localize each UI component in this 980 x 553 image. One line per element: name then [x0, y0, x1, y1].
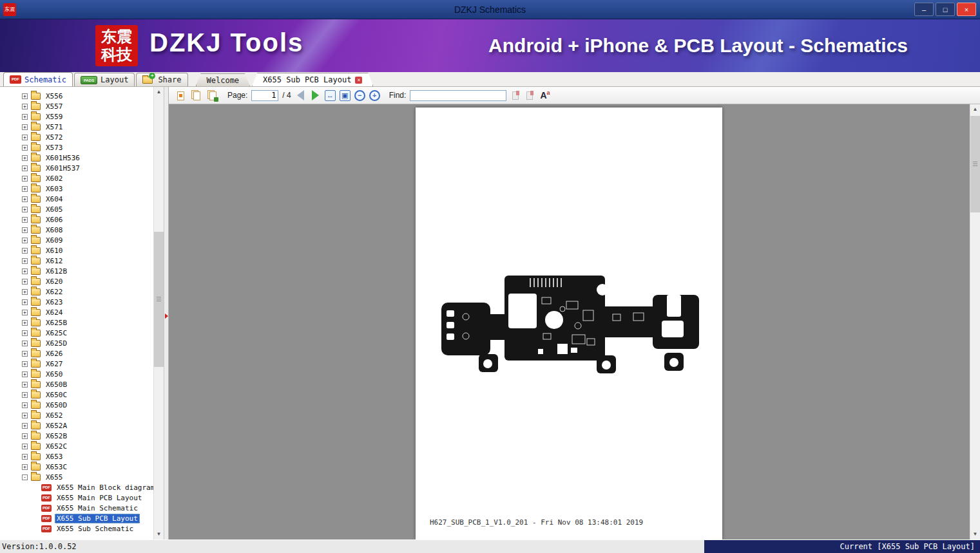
tab-share[interactable]: + Share — [136, 73, 187, 86]
close-button[interactable]: × — [957, 3, 976, 16]
expand-toggle-icon[interactable]: + — [22, 104, 28, 109]
tree-item[interactable]: + PDF X653 — [0, 451, 153, 462]
tree-item[interactable]: + PDF X650 — [0, 369, 153, 379]
tree-item[interactable]: + PDF X606 — [0, 214, 153, 225]
find-next-icon[interactable] — [524, 91, 535, 100]
expand-toggle-icon[interactable]: + — [22, 433, 28, 439]
tree-item[interactable]: + PDF X557 — [0, 101, 153, 111]
expand-toggle-icon[interactable]: + — [22, 217, 28, 223]
expand-toggle-icon[interactable]: + — [22, 423, 28, 429]
tree-item[interactable]: - PDF X655 — [0, 472, 153, 482]
expand-toggle-icon[interactable]: + — [22, 93, 28, 99]
page-number-input[interactable] — [251, 90, 278, 101]
tree-item[interactable]: + PDF X571 — [0, 122, 153, 132]
tab-welcome[interactable]: Welcome — [196, 73, 251, 86]
zoom-in-button[interactable]: + — [369, 90, 380, 101]
tree-item[interactable]: + PDF X604 — [0, 194, 153, 204]
tree-item[interactable]: + PDF X556 — [0, 91, 153, 101]
tree-item[interactable]: + PDF X627 — [0, 359, 153, 369]
tree-item[interactable]: PDF X655 Main PCB Layout — [0, 492, 153, 503]
expand-toggle-icon[interactable]: + — [22, 392, 28, 398]
tree-item[interactable]: + PDF X653C — [0, 462, 153, 472]
expand-toggle-icon[interactable]: + — [22, 155, 28, 161]
scrollbar-thumb[interactable] — [970, 116, 980, 212]
tree-item[interactable]: + PDF X601H537 — [0, 163, 153, 173]
expand-toggle-icon[interactable]: + — [22, 289, 28, 295]
next-page-button[interactable] — [312, 90, 319, 100]
tree-item[interactable]: + PDF X650D — [0, 400, 153, 410]
expand-toggle-icon[interactable]: - — [22, 474, 28, 480]
tree-item[interactable]: + PDF X603 — [0, 183, 153, 194]
previous-page-button[interactable] — [297, 90, 304, 100]
expand-toggle-icon[interactable]: + — [22, 299, 28, 305]
tree-item[interactable]: PDF X655 Main Block diagram — [0, 482, 153, 492]
page-view-icon[interactable] — [174, 89, 186, 102]
tree-item[interactable]: + PDF X652C — [0, 441, 153, 451]
tree-item[interactable]: + PDF X601H536 — [0, 153, 153, 163]
find-previous-icon[interactable] — [510, 91, 521, 100]
expand-toggle-icon[interactable]: + — [22, 145, 28, 151]
scroll-down-icon[interactable]: ▼ — [970, 529, 980, 539]
expand-toggle-icon[interactable]: + — [22, 351, 28, 357]
fit-width-button[interactable]: ↔ — [325, 90, 336, 101]
expand-toggle-icon[interactable]: + — [22, 114, 28, 120]
copy-page-icon[interactable] — [190, 89, 202, 102]
document-scrollbar[interactable]: ▲ ▼ — [970, 104, 980, 539]
expand-toggle-icon[interactable]: + — [22, 413, 28, 418]
minimize-button[interactable]: – — [914, 3, 934, 16]
tree-item[interactable]: + PDF X626 — [0, 348, 153, 359]
expand-toggle-icon[interactable]: + — [22, 186, 28, 192]
tree-item[interactable]: + PDF X625D — [0, 338, 153, 348]
tree-item[interactable]: + PDF X620 — [0, 276, 153, 286]
sidebar-scrollbar[interactable]: ▲ ▼ — [153, 87, 164, 539]
tree-item[interactable]: + PDF X625C — [0, 328, 153, 338]
expand-toggle-icon[interactable]: + — [22, 248, 28, 254]
tree-item[interactable]: PDF X655 Main Schematic — [0, 503, 153, 513]
expand-toggle-icon[interactable]: + — [22, 320, 28, 326]
tab-x655-sub-pcb-layout[interactable]: X655 Sub PCB Layout × — [252, 73, 373, 86]
expand-toggle-icon[interactable]: + — [22, 402, 28, 408]
tree-item[interactable]: + PDF X652A — [0, 420, 153, 431]
tree-item[interactable]: + PDF X624 — [0, 307, 153, 317]
tree-item[interactable]: + PDF X559 — [0, 111, 153, 122]
tree-item[interactable]: + PDF X650C — [0, 389, 153, 400]
tree-item[interactable]: + PDF X652 — [0, 410, 153, 420]
expand-toggle-icon[interactable]: + — [22, 310, 28, 315]
expand-toggle-icon[interactable]: + — [22, 207, 28, 212]
tree-item[interactable]: + PDF X572 — [0, 132, 153, 142]
fit-page-button[interactable]: ▣ — [340, 90, 351, 101]
tree-item[interactable]: + PDF X650B — [0, 379, 153, 389]
expand-toggle-icon[interactable]: + — [22, 361, 28, 367]
tree-item[interactable]: + PDF X605 — [0, 204, 153, 214]
expand-toggle-icon[interactable]: + — [22, 444, 28, 449]
expand-toggle-icon[interactable]: + — [22, 124, 28, 130]
tree-item[interactable]: + PDF X609 — [0, 235, 153, 245]
expand-toggle-icon[interactable]: + — [22, 454, 28, 460]
tree-item[interactable]: + PDF X610 — [0, 245, 153, 256]
expand-toggle-icon[interactable]: + — [22, 238, 28, 243]
expand-toggle-icon[interactable]: + — [22, 176, 28, 182]
tree-item[interactable]: + PDF X623 — [0, 297, 153, 307]
tree-item[interactable]: PDF X655 Sub PCB Layout — [0, 513, 153, 523]
find-input[interactable] — [410, 90, 506, 101]
expand-toggle-icon[interactable]: + — [22, 341, 28, 346]
tree-item[interactable]: + PDF X625B — [0, 317, 153, 328]
expand-toggle-icon[interactable]: + — [22, 279, 28, 285]
close-tab-icon[interactable]: × — [355, 77, 362, 84]
sidebar-splitter[interactable] — [164, 87, 169, 539]
tree-item[interactable]: + PDF X612B — [0, 266, 153, 276]
expand-toggle-icon[interactable]: + — [22, 330, 28, 336]
expand-toggle-icon[interactable]: + — [22, 165, 28, 171]
scroll-down-icon[interactable]: ▼ — [154, 529, 164, 539]
tree-item[interactable]: + PDF X612 — [0, 256, 153, 266]
expand-toggle-icon[interactable]: + — [22, 227, 28, 233]
tree-item[interactable]: + PDF X602 — [0, 173, 153, 183]
tree-item[interactable]: + PDF X652B — [0, 431, 153, 441]
scroll-up-icon[interactable]: ▲ — [970, 104, 980, 115]
scrollbar-thumb[interactable] — [154, 232, 164, 367]
maximize-button[interactable]: □ — [936, 3, 955, 16]
tab-layout[interactable]: PADS Layout — [74, 73, 135, 86]
expand-toggle-icon[interactable]: + — [22, 268, 28, 274]
expand-toggle-icon[interactable]: + — [22, 258, 28, 264]
expand-toggle-icon[interactable]: + — [22, 371, 28, 377]
